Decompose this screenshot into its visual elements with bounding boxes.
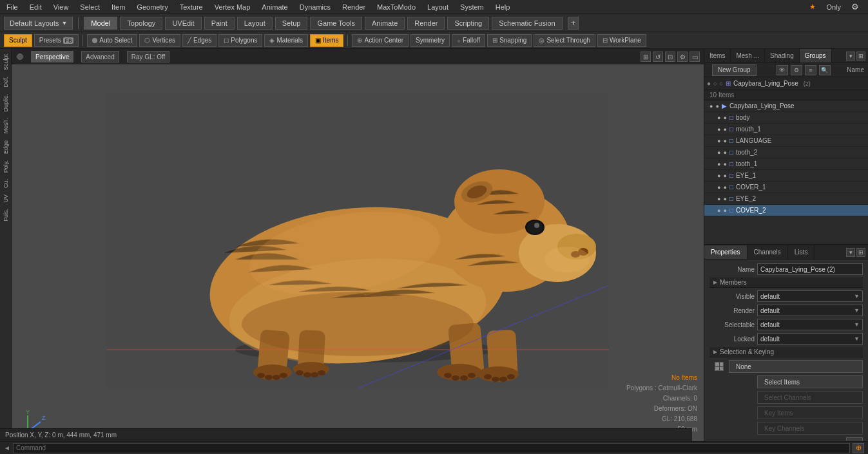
command-submit-button[interactable]: ⊕: [853, 443, 864, 453]
viewport-maximize[interactable]: ⊞: [641, 52, 651, 62]
list-item-language[interactable]: ● ● □ LANGUAGE: [704, 135, 868, 147]
groups-list-icon[interactable]: ≡: [805, 65, 816, 75]
auto-select-button[interactable]: Auto Select: [87, 34, 137, 47]
menu-edit[interactable]: Edit: [27, 2, 44, 12]
visible-dropdown[interactable]: default ▼: [757, 290, 863, 302]
tab-render[interactable]: Render: [407, 17, 445, 30]
list-item-tooth1[interactable]: ● ● □ tooth_1: [704, 158, 868, 170]
right-tab-shading[interactable]: Shading: [765, 49, 800, 62]
props-tab-lists[interactable]: Lists: [788, 245, 815, 259]
command-input[interactable]: [13, 443, 850, 453]
list-item-eye2[interactable]: ● ● □ EYE_2: [704, 193, 868, 205]
viewport-advanced[interactable]: Advanced: [81, 51, 119, 62]
tab-topology[interactable]: Topology: [120, 17, 162, 30]
menu-view[interactable]: View: [51, 2, 72, 12]
left-tab-fuis[interactable]: Fuis.: [1, 206, 10, 224]
viewport-settings[interactable]: ⚙: [677, 52, 688, 62]
locked-dropdown[interactable]: default ▼: [757, 333, 863, 345]
menu-dynamics[interactable]: Dynamics: [297, 2, 333, 12]
viewport-reset[interactable]: ↺: [653, 52, 663, 62]
name-input[interactable]: [757, 263, 863, 275]
viewport-perspective[interactable]: Perspective: [31, 51, 73, 62]
left-tab-edge[interactable]: Edge: [1, 138, 10, 156]
list-item-body[interactable]: ● ● □ body: [704, 112, 868, 124]
tab-uvedit[interactable]: UVEdit: [165, 17, 201, 30]
viewport-zoom-fit[interactable]: ⊡: [665, 52, 675, 62]
tab-paint[interactable]: Paint: [204, 17, 235, 30]
tab-model[interactable]: Model: [84, 17, 117, 30]
props-tab-channels[interactable]: Channels: [747, 245, 788, 259]
list-item-tooth2[interactable]: ● ● □ tooth_2: [704, 147, 868, 158]
left-tab-duplic[interactable]: Duplic.: [1, 91, 10, 115]
select-channels-button[interactable]: Select Channels: [757, 391, 863, 404]
left-tab-uv[interactable]: UV: [1, 192, 10, 205]
polygons-button[interactable]: ◻ Polygons: [218, 34, 262, 47]
symmetry-button[interactable]: Symmetry: [410, 34, 450, 47]
action-center-button[interactable]: ⊕ Action Center: [352, 34, 409, 47]
menu-system[interactable]: System: [458, 2, 487, 12]
left-tab-poly[interactable]: Poly.: [1, 158, 10, 175]
menu-texture[interactable]: Texture: [177, 2, 206, 12]
menu-maxtomodo[interactable]: MaxToModo: [374, 2, 418, 12]
props-tab-properties[interactable]: Properties: [704, 245, 747, 259]
key-channels-button[interactable]: Key Channels: [757, 422, 863, 435]
render-dropdown[interactable]: default ▼: [757, 305, 863, 316]
tab-layout[interactable]: Layout: [237, 17, 273, 30]
groups-search-icon[interactable]: 🔍: [819, 65, 831, 75]
tab-scripting[interactable]: Scripting: [447, 17, 489, 30]
snapping-button[interactable]: ⊞ Snapping: [487, 34, 532, 47]
new-group-button[interactable]: New Group: [712, 64, 757, 76]
menu-help[interactable]: Help: [493, 2, 513, 12]
add-layout-button[interactable]: +: [568, 17, 579, 30]
right-tab-expand[interactable]: ⊞: [856, 52, 865, 61]
viewport-expand[interactable]: ▭: [690, 52, 700, 62]
left-tab-def[interactable]: Def.: [1, 74, 10, 90]
edges-button[interactable]: ╱ Edges: [182, 34, 217, 47]
bottom-arrow-icon[interactable]: ◄: [4, 444, 10, 451]
selectable-dropdown[interactable]: default ▼: [757, 319, 863, 330]
menu-select[interactable]: Select: [77, 2, 102, 12]
list-item-eye1[interactable]: ● ● □ EYE_1: [704, 170, 868, 182]
presets-button[interactable]: Presets F8: [34, 34, 79, 47]
right-tab-list-dropdown[interactable]: ▾: [846, 52, 855, 61]
props-tab-dropdown[interactable]: ▾: [846, 248, 855, 257]
menu-file[interactable]: File: [4, 2, 21, 12]
menu-animate[interactable]: Animate: [259, 2, 290, 12]
menu-render[interactable]: Render: [340, 2, 368, 12]
sculpt-button[interactable]: Sculpt: [4, 34, 32, 47]
settings-icon[interactable]: ⚙: [849, 1, 862, 13]
menu-layout[interactable]: Layout: [425, 2, 451, 12]
vertices-button[interactable]: ⬡ Vertices: [139, 34, 180, 47]
select-through-button[interactable]: ◎ Select Through: [534, 34, 595, 47]
groups-item-list[interactable]: ● ○ ○ ⊞ Capybara_Lying_Pose (2) 10 Items…: [704, 77, 868, 244]
menu-geometry[interactable]: Geometry: [134, 2, 170, 12]
viewport[interactable]: Perspective Advanced Ray GL: Off ⊞ ↺ ⊡ ⚙…: [12, 49, 704, 454]
materials-button[interactable]: ◈ Materials: [264, 34, 308, 47]
tab-gametools[interactable]: Game Tools: [310, 17, 362, 30]
right-tab-mesh[interactable]: Mesh ...: [731, 49, 765, 62]
default-layouts-button[interactable]: Default Layouts ▼: [4, 17, 73, 30]
viewport-raygl[interactable]: Ray GL: Off: [127, 51, 170, 62]
none-button[interactable]: None: [729, 360, 863, 373]
tab-animate[interactable]: Animate: [365, 17, 405, 30]
list-item-capybara[interactable]: ● ● ▶ Capybara_Lying_Pose: [704, 100, 868, 112]
right-tab-items[interactable]: Items: [704, 49, 731, 62]
select-items-button[interactable]: Select Items: [757, 375, 863, 388]
groups-settings-icon[interactable]: ⚙: [791, 65, 802, 75]
left-tab-sculpt[interactable]: Sculpt: [1, 52, 10, 73]
menu-vertexmap[interactable]: Vertex Map: [212, 2, 253, 12]
right-tab-groups[interactable]: Groups: [800, 49, 832, 62]
menu-item[interactable]: Item: [109, 2, 128, 12]
list-item-mouth[interactable]: ● ● □ mouth_1: [704, 124, 868, 135]
key-items-button[interactable]: Key Items: [757, 406, 863, 419]
falloff-button[interactable]: ⬦ Falloff: [452, 34, 485, 47]
props-tab-expand[interactable]: ⊞: [856, 248, 865, 257]
list-item-cover1[interactable]: ● ● □ COVER_1: [704, 182, 868, 193]
list-item-cover2[interactable]: ● ● □ COVER_2: [704, 205, 868, 216]
tab-schematic[interactable]: Schematic Fusion: [492, 17, 562, 30]
left-tab-mesh[interactable]: Mesh.: [1, 115, 10, 137]
tab-setup[interactable]: Setup: [275, 17, 308, 30]
items-button[interactable]: ▣ Items: [310, 34, 343, 47]
left-tab-cu[interactable]: Cu.: [1, 176, 10, 191]
workplane-button[interactable]: ⊟ WorkPlane: [597, 34, 646, 47]
